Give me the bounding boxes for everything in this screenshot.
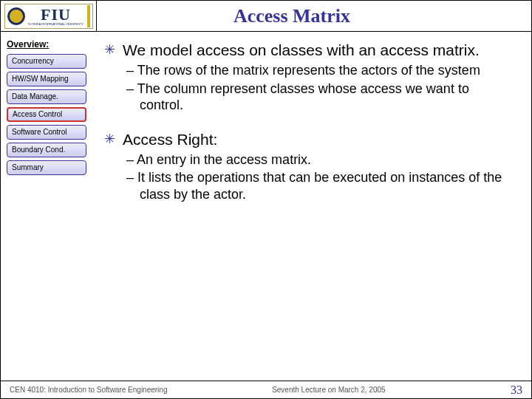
bullet-icon: ✳ bbox=[104, 41, 115, 58]
seal-icon bbox=[7, 7, 25, 25]
sidebar-heading: Overview: bbox=[7, 39, 89, 50]
bullet-2-sublist: An entry in the access matrix. It lists … bbox=[126, 151, 509, 203]
nav-access-control[interactable]: Access Control bbox=[7, 107, 86, 122]
title-bar: FIU FLORIDA INTERNATIONAL UNIVERSITY Acc… bbox=[1, 1, 531, 32]
logo-box: FIU FLORIDA INTERNATIONAL UNIVERSITY bbox=[1, 1, 97, 32]
bullet-2: ✳ Access Right: bbox=[104, 130, 509, 149]
sub-item: The column represent classes whose acces… bbox=[126, 81, 509, 114]
nav-hwsw-mapping[interactable]: HW/SW Mapping bbox=[7, 72, 86, 86]
bullet-icon: ✳ bbox=[104, 130, 115, 148]
nav-software-control[interactable]: Software Control bbox=[7, 125, 86, 140]
nav-concurrency[interactable]: Concurrency bbox=[7, 54, 86, 69]
nav-summary[interactable]: Summary bbox=[7, 160, 86, 175]
nav-boundary-cond[interactable]: Boundary Cond. bbox=[7, 143, 86, 157]
slide-title: Access Matrix bbox=[97, 5, 531, 27]
footer-course: CEN 4010: Introduction to Software Engin… bbox=[10, 386, 272, 394]
page-number: 33 bbox=[511, 383, 522, 397]
footer: CEN 4010: Introduction to Software Engin… bbox=[1, 381, 531, 398]
logo-subtext: FLORIDA INTERNATIONAL UNIVERSITY bbox=[28, 23, 83, 26]
sub-item: It lists the operations that can be exec… bbox=[126, 169, 509, 202]
bullet-2-text: Access Right: bbox=[123, 130, 217, 149]
slide: FIU FLORIDA INTERNATIONAL UNIVERSITY Acc… bbox=[0, 0, 532, 399]
logo: FIU FLORIDA INTERNATIONAL UNIVERSITY bbox=[4, 4, 93, 29]
logo-text: FIU bbox=[41, 7, 71, 23]
bullet-1-sublist: The rows of the matrix represents the ac… bbox=[126, 62, 509, 114]
bullet-1-text: We model access on classes with an acces… bbox=[123, 41, 480, 59]
nav-data-manage[interactable]: Data Manage. bbox=[7, 89, 86, 104]
sub-item: The rows of the matrix represents the ac… bbox=[126, 62, 509, 79]
bullet-1: ✳ We model access on classes with an acc… bbox=[104, 41, 509, 59]
stripe-icon bbox=[87, 5, 90, 27]
sub-item: An entry in the access matrix. bbox=[126, 151, 509, 168]
sidebar: Overview: Concurrency HW/SW Mapping Data… bbox=[1, 32, 97, 382]
slide-body: Overview: Concurrency HW/SW Mapping Data… bbox=[1, 32, 531, 382]
footer-lecture: Seventh Lecture on March 2, 2005 bbox=[272, 386, 511, 394]
content: ✳ We model access on classes with an acc… bbox=[97, 32, 531, 382]
